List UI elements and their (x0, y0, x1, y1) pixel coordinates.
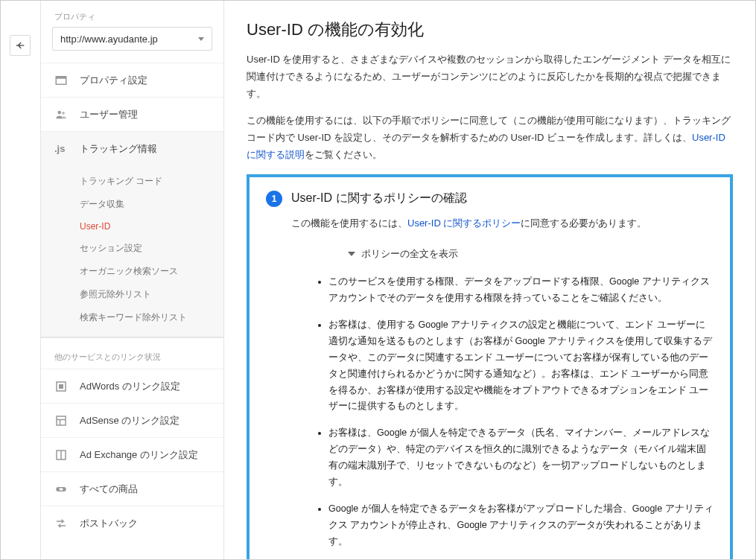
sidebar-item-label: ポストバック (80, 517, 138, 530)
sidebar-item-adsense[interactable]: AdSense のリンク設定 (41, 403, 223, 437)
sidebar-item-postback[interactable]: ポストバック (41, 506, 223, 540)
intro-paragraph-2: この機能を使用するには、以下の手順でポリシーに同意して（この機能が使用可能になり… (247, 112, 733, 163)
adsense-icon (54, 414, 72, 427)
svg-point-2 (58, 110, 62, 114)
policy-expand-label: ポリシーの全文を表示 (361, 245, 458, 262)
sidebar-subitem-user-id[interactable]: User-ID (41, 216, 223, 237)
svg-point-3 (62, 111, 65, 114)
policy-list: このサービスを使用する権限、データをアップロードする権限、Google アナリテ… (291, 274, 714, 559)
sidebar-subitem-search-kw-exclusion[interactable]: 検索キーワード除外リスト (41, 306, 223, 329)
step-1-box: 1 User-ID に関するポリシーの確認 この機能を使用するには、User-I… (247, 174, 733, 560)
js-icon: .js (54, 143, 72, 154)
sidebar-item-label: プロパティ設定 (80, 74, 147, 87)
policy-item: このサービスを使用する権限、データをアップロードする権限、Google アナリテ… (328, 274, 714, 307)
svg-rect-1 (56, 76, 66, 78)
link-icon (54, 483, 72, 496)
back-arrow-icon (14, 39, 26, 51)
property-select[interactable]: http://www.ayudante.jp (52, 27, 212, 51)
sidebar-item-property-settings[interactable]: プロパティ設定 (41, 63, 223, 97)
sidebar-item-adwords[interactable]: AdWords のリンク設定 (41, 369, 223, 403)
svg-rect-6 (57, 416, 66, 425)
chevron-down-icon (198, 37, 204, 41)
left-gutter (1, 1, 41, 559)
policy-item: お客様は、使用する Google アナリティクスの設定と機能について、エンド ユ… (328, 317, 714, 415)
page-title: User-ID の機能の有効化 (247, 19, 733, 41)
userid-policy-link[interactable]: User-ID に関するポリシー (407, 217, 521, 229)
sidebar-item-label: Ad Exchange のリンク設定 (80, 448, 198, 462)
tracking-info-submenu: トラッキング コード データ収集 User-ID セッション設定 オーガニック検… (41, 165, 223, 337)
policy-item: Google が個人を特定できるデータをお客様がアップロードした場合、Googl… (328, 501, 714, 550)
policy-item: お客様は、Google が個人を特定できるデータ（氏名、マイナンバー、メールアド… (328, 425, 714, 491)
svg-rect-12 (60, 488, 63, 490)
sidebar-subitem-organic-search[interactable]: オーガニック検索ソース (41, 260, 223, 283)
step-header: 1 User-ID に関するポリシーの確認 (266, 191, 714, 207)
users-icon (54, 108, 72, 121)
link-section-label: 他のサービスとのリンク状況 (41, 337, 223, 369)
step-lead: この機能を使用するには、User-ID に関するポリシーに同意する必要があります… (291, 214, 714, 232)
adexchange-icon (54, 448, 72, 462)
sidebar-item-label: ユーザー管理 (80, 108, 138, 121)
sidebar-item-user-management[interactable]: ユーザー管理 (41, 97, 223, 131)
sidebar-subitem-data-collection[interactable]: データ収集 (41, 193, 223, 216)
property-label: プロパティ (41, 11, 223, 27)
sidebar-item-label: トラッキング情報 (80, 142, 157, 156)
sidebar-item-label: AdWords のリンク設定 (80, 380, 180, 393)
sidebar-item-all-products[interactable]: すべての商品 (41, 471, 223, 506)
triangle-down-icon (348, 252, 355, 256)
settings-box-icon (54, 74, 72, 87)
sidebar-subitem-referral-exclusion[interactable]: 参照元除外リスト (41, 283, 223, 306)
sidebar-subitem-session-settings[interactable]: セッション設定 (41, 237, 223, 260)
sidebar-subitem-tracking-code[interactable]: トラッキング コード (41, 170, 223, 193)
intro-paragraph-1: User-ID を使用すると、さまざまなデバイスや複数のセッションから取得したエ… (247, 51, 733, 102)
sidebar: プロパティ http://www.ayudante.jp プロパティ設定 ユーザ… (41, 1, 224, 559)
property-select-value: http://www.ayudante.jp (60, 34, 158, 45)
main-content: User-ID の機能の有効化 User-ID を使用すると、さまざまなデバイス… (224, 1, 755, 559)
sidebar-item-tracking-info[interactable]: .js トラッキング情報 (41, 131, 223, 165)
sidebar-item-label: すべての商品 (80, 483, 138, 496)
step-number-badge: 1 (266, 191, 282, 207)
policy-expand-toggle[interactable]: ポリシーの全文を表示 (348, 245, 714, 262)
svg-rect-5 (59, 384, 63, 389)
back-button[interactable] (10, 35, 31, 56)
sidebar-item-adexchange[interactable]: Ad Exchange のリンク設定 (41, 437, 223, 471)
step-title: User-ID に関するポリシーの確認 (291, 191, 467, 206)
postback-icon (54, 517, 72, 530)
sidebar-item-label: AdSense のリンク設定 (80, 414, 180, 427)
adwords-icon (54, 380, 72, 393)
